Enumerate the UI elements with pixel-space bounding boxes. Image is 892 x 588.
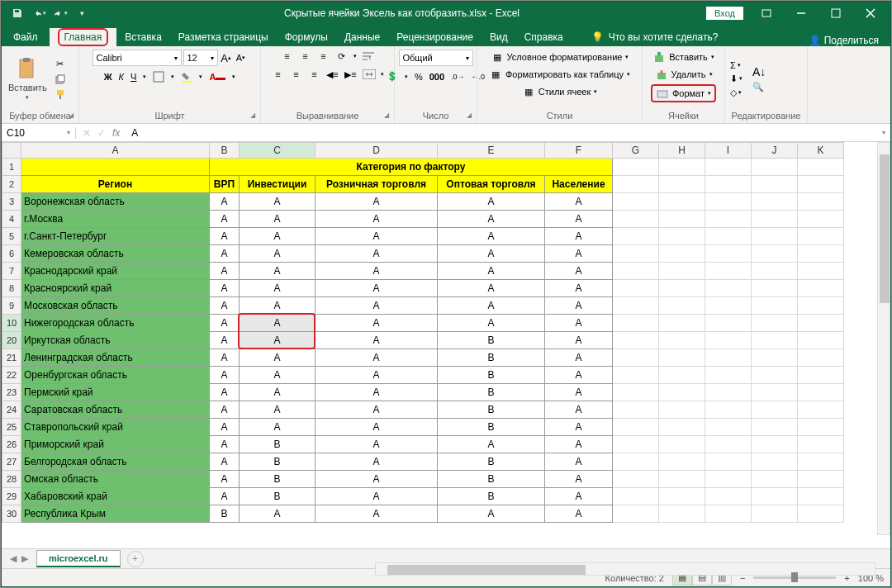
cell[interactable]: [798, 349, 844, 367]
worksheet-grid[interactable]: ABCDEFGHIJK1Категория по фактору2РегионВ…: [2, 142, 890, 548]
cell[interactable]: B: [438, 419, 545, 436]
row-header[interactable]: 3: [2, 193, 21, 211]
cell[interactable]: [705, 193, 752, 211]
insert-cells-button[interactable]: Вставить▾: [651, 50, 716, 64]
cell[interactable]: [613, 471, 659, 488]
cell[interactable]: Нижегородская область: [21, 315, 210, 332]
cell[interactable]: Пермский край: [21, 384, 210, 401]
col-header[interactable]: D: [316, 142, 438, 159]
cell[interactable]: г.Москва: [21, 211, 210, 228]
cell[interactable]: [613, 297, 659, 315]
cell[interactable]: [659, 349, 705, 367]
cell[interactable]: [705, 315, 752, 332]
dialog-launcher-icon[interactable]: ◢: [467, 111, 472, 119]
cell[interactable]: Московская область: [21, 297, 210, 315]
cell[interactable]: Розничная торговля: [316, 176, 438, 193]
row-header[interactable]: 22: [2, 367, 21, 384]
cell[interactable]: A: [210, 436, 240, 453]
cell[interactable]: [705, 384, 752, 401]
cell[interactable]: [613, 332, 659, 349]
cell[interactable]: [613, 419, 659, 436]
cell[interactable]: [659, 453, 705, 471]
row-header[interactable]: 29: [2, 488, 21, 505]
cell[interactable]: A: [438, 505, 545, 523]
cell[interactable]: [659, 384, 705, 401]
cut-icon[interactable]: ✂: [54, 58, 67, 71]
bold-button[interactable]: Ж: [104, 72, 112, 82]
cell[interactable]: A: [438, 297, 545, 315]
cell[interactable]: [705, 280, 752, 297]
sheet-prev-icon[interactable]: ◀: [10, 553, 17, 564]
cell[interactable]: [798, 453, 844, 471]
cell[interactable]: [705, 176, 752, 193]
share-button[interactable]: 👤 Поделиться: [809, 35, 887, 46]
cell[interactable]: [613, 211, 659, 228]
cell[interactable]: A: [210, 349, 240, 367]
cell[interactable]: [659, 193, 705, 211]
cell[interactable]: [613, 349, 659, 367]
cell[interactable]: B: [438, 384, 545, 401]
cell[interactable]: A: [438, 280, 545, 297]
cell[interactable]: [798, 228, 844, 245]
zoom-slider[interactable]: [753, 576, 836, 579]
cell[interactable]: Республика Крым: [21, 505, 210, 523]
format-painter-icon[interactable]: [54, 88, 67, 101]
cell[interactable]: [798, 471, 844, 488]
cell[interactable]: [798, 211, 844, 228]
increase-decimal-icon[interactable]: .0→: [451, 73, 465, 81]
fill-color-icon[interactable]: [181, 71, 192, 83]
clear-icon[interactable]: ◇: [730, 88, 737, 98]
cell[interactable]: [752, 488, 798, 505]
cell[interactable]: A: [316, 228, 438, 245]
cell[interactable]: [798, 332, 844, 349]
cell[interactable]: A: [240, 401, 316, 419]
cell[interactable]: A: [438, 211, 545, 228]
decrease-indent-icon[interactable]: ◀≡: [326, 68, 339, 81]
cell[interactable]: Категория по фактору: [210, 159, 613, 176]
cell[interactable]: A: [240, 211, 316, 228]
row-header[interactable]: 2: [2, 176, 21, 193]
save-icon[interactable]: [8, 4, 26, 22]
cell[interactable]: [613, 263, 659, 280]
cell[interactable]: A: [240, 245, 316, 263]
row-header[interactable]: 30: [2, 505, 21, 523]
tab-pagelayout[interactable]: Разметка страницы: [170, 28, 277, 46]
cell[interactable]: [659, 315, 705, 332]
find-icon[interactable]: 🔍: [752, 82, 766, 92]
cell[interactable]: [798, 401, 844, 419]
cell[interactable]: [659, 280, 705, 297]
cell[interactable]: Оренбургская область: [21, 367, 210, 384]
tab-data[interactable]: Данные: [336, 28, 388, 46]
row-header[interactable]: 7: [2, 263, 21, 280]
cell[interactable]: A: [240, 280, 316, 297]
expand-formula-icon[interactable]: ▾: [882, 129, 890, 136]
cell[interactable]: A: [240, 349, 316, 367]
cell[interactable]: Иркутская область: [21, 332, 210, 349]
align-left-icon[interactable]: ≡: [272, 68, 285, 81]
copy-icon[interactable]: [54, 73, 67, 86]
cell[interactable]: A: [210, 488, 240, 505]
border-icon[interactable]: [153, 71, 164, 83]
cell[interactable]: A: [316, 436, 438, 453]
cell[interactable]: [752, 453, 798, 471]
paste-button[interactable]: Вставить ▾: [5, 55, 50, 104]
cell[interactable]: B: [240, 453, 316, 471]
cell[interactable]: A: [545, 471, 613, 488]
cell[interactable]: B: [240, 436, 316, 453]
cell[interactable]: A: [316, 245, 438, 263]
cell[interactable]: A: [545, 332, 613, 349]
cell[interactable]: [752, 211, 798, 228]
cell[interactable]: A: [545, 488, 613, 505]
cell[interactable]: A: [545, 367, 613, 384]
cell[interactable]: A: [210, 419, 240, 436]
cell[interactable]: A: [316, 349, 438, 367]
cell[interactable]: [752, 176, 798, 193]
name-box[interactable]: C10▾: [2, 127, 76, 139]
cell[interactable]: A: [316, 488, 438, 505]
cell[interactable]: [613, 367, 659, 384]
cell[interactable]: A: [240, 315, 316, 332]
align-top-icon[interactable]: ≡: [281, 50, 294, 63]
cell[interactable]: A: [240, 332, 316, 349]
cell[interactable]: B: [438, 471, 545, 488]
sort-filter-icon[interactable]: A↓: [752, 65, 766, 78]
